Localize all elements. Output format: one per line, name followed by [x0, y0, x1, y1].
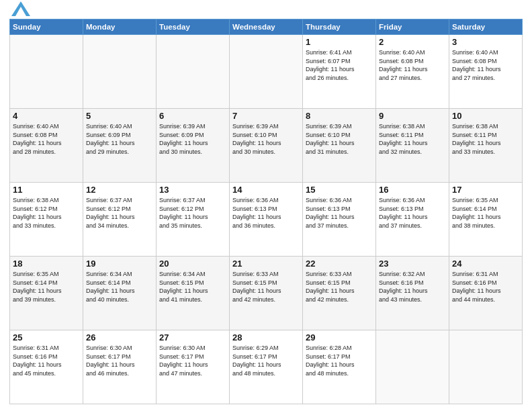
day-number: 15 [306, 185, 373, 195]
day-info: Sunrise: 6:41 AM Sunset: 6:07 PM Dayligh… [306, 49, 355, 81]
day-number: 13 [159, 185, 226, 195]
calendar-header-row: SundayMondayTuesdayWednesdayThursdayFrid… [10, 19, 523, 35]
logo-icon [11, 1, 30, 16]
calendar-cell [10, 35, 83, 109]
page: SundayMondayTuesdayWednesdayThursdayFrid… [0, 0, 532, 411]
day-number: 18 [13, 259, 80, 269]
calendar-cell: 3Sunrise: 6:40 AM Sunset: 6:08 PM Daylig… [449, 35, 523, 109]
day-number: 22 [306, 259, 373, 269]
day-info: Sunrise: 6:36 AM Sunset: 6:13 PM Dayligh… [379, 197, 428, 229]
day-number: 2 [379, 37, 446, 47]
calendar-cell [376, 330, 449, 404]
calendar-cell: 6Sunrise: 6:39 AM Sunset: 6:09 PM Daylig… [157, 109, 230, 183]
calendar-cell: 12Sunrise: 6:37 AM Sunset: 6:12 PM Dayli… [83, 183, 157, 257]
day-info: Sunrise: 6:34 AM Sunset: 6:15 PM Dayligh… [159, 271, 208, 303]
calendar-header-thursday: Thursday [303, 19, 376, 35]
calendar-cell: 8Sunrise: 6:39 AM Sunset: 6:10 PM Daylig… [303, 109, 376, 183]
calendar-cell: 17Sunrise: 6:35 AM Sunset: 6:14 PM Dayli… [449, 183, 523, 257]
day-number: 26 [86, 332, 153, 342]
calendar-cell: 1Sunrise: 6:41 AM Sunset: 6:07 PM Daylig… [303, 35, 376, 109]
day-info: Sunrise: 6:29 AM Sunset: 6:17 PM Dayligh… [232, 345, 281, 377]
day-number: 21 [232, 259, 300, 269]
calendar-cell: 19Sunrise: 6:34 AM Sunset: 6:14 PM Dayli… [83, 257, 157, 330]
calendar-table: SundayMondayTuesdayWednesdayThursdayFrid… [9, 19, 523, 404]
calendar-cell: 13Sunrise: 6:37 AM Sunset: 6:12 PM Dayli… [157, 183, 230, 257]
day-info: Sunrise: 6:31 AM Sunset: 6:16 PM Dayligh… [13, 345, 62, 377]
calendar-cell: 21Sunrise: 6:33 AM Sunset: 6:15 PM Dayli… [230, 257, 303, 330]
day-number: 28 [232, 332, 300, 342]
day-number: 25 [13, 332, 80, 342]
day-number: 27 [159, 332, 226, 342]
day-info: Sunrise: 6:40 AM Sunset: 6:09 PM Dayligh… [86, 123, 135, 155]
day-info: Sunrise: 6:40 AM Sunset: 6:08 PM Dayligh… [452, 49, 501, 81]
day-info: Sunrise: 6:40 AM Sunset: 6:08 PM Dayligh… [379, 49, 428, 81]
day-info: Sunrise: 6:36 AM Sunset: 6:13 PM Dayligh… [232, 197, 281, 229]
calendar-cell: 4Sunrise: 6:40 AM Sunset: 6:08 PM Daylig… [10, 109, 83, 183]
calendar-cell: 2Sunrise: 6:40 AM Sunset: 6:08 PM Daylig… [376, 35, 449, 109]
calendar-week-3: 11Sunrise: 6:38 AM Sunset: 6:12 PM Dayli… [10, 183, 523, 257]
day-info: Sunrise: 6:40 AM Sunset: 6:08 PM Dayligh… [13, 123, 62, 155]
day-info: Sunrise: 6:34 AM Sunset: 6:14 PM Dayligh… [86, 271, 135, 303]
day-info: Sunrise: 6:32 AM Sunset: 6:16 PM Dayligh… [379, 271, 428, 303]
calendar-week-2: 4Sunrise: 6:40 AM Sunset: 6:08 PM Daylig… [10, 109, 523, 183]
calendar-header-friday: Friday [376, 19, 449, 35]
calendar-cell: 5Sunrise: 6:40 AM Sunset: 6:09 PM Daylig… [83, 109, 157, 183]
calendar-cell: 20Sunrise: 6:34 AM Sunset: 6:15 PM Dayli… [157, 257, 230, 330]
day-number: 24 [452, 259, 519, 269]
day-info: Sunrise: 6:38 AM Sunset: 6:12 PM Dayligh… [13, 197, 62, 229]
day-number: 19 [86, 259, 153, 269]
day-number: 6 [159, 111, 226, 121]
day-number: 29 [306, 332, 373, 342]
calendar-cell: 15Sunrise: 6:36 AM Sunset: 6:13 PM Dayli… [303, 183, 376, 257]
calendar-cell: 22Sunrise: 6:33 AM Sunset: 6:15 PM Dayli… [303, 257, 376, 330]
day-number: 1 [306, 37, 373, 47]
calendar-cell: 23Sunrise: 6:32 AM Sunset: 6:16 PM Dayli… [376, 257, 449, 330]
calendar-cell: 26Sunrise: 6:30 AM Sunset: 6:17 PM Dayli… [83, 330, 157, 404]
day-number: 11 [13, 185, 80, 195]
day-info: Sunrise: 6:33 AM Sunset: 6:15 PM Dayligh… [232, 271, 281, 303]
day-number: 12 [86, 185, 153, 195]
day-info: Sunrise: 6:31 AM Sunset: 6:16 PM Dayligh… [452, 271, 501, 303]
day-info: Sunrise: 6:35 AM Sunset: 6:14 PM Dayligh… [452, 197, 501, 229]
calendar-header-saturday: Saturday [449, 19, 523, 35]
calendar-cell: 11Sunrise: 6:38 AM Sunset: 6:12 PM Dayli… [10, 183, 83, 257]
calendar-cell [449, 330, 523, 404]
day-number: 20 [159, 259, 226, 269]
day-info: Sunrise: 6:37 AM Sunset: 6:12 PM Dayligh… [86, 197, 135, 229]
day-info: Sunrise: 6:30 AM Sunset: 6:17 PM Dayligh… [159, 345, 208, 377]
day-number: 17 [452, 185, 519, 195]
day-info: Sunrise: 6:33 AM Sunset: 6:15 PM Dayligh… [306, 271, 355, 303]
calendar-header-monday: Monday [83, 19, 157, 35]
calendar-header-tuesday: Tuesday [157, 19, 230, 35]
day-info: Sunrise: 6:30 AM Sunset: 6:17 PM Dayligh… [86, 345, 135, 377]
day-number: 14 [232, 185, 300, 195]
calendar-cell [230, 35, 303, 109]
calendar-cell: 24Sunrise: 6:31 AM Sunset: 6:16 PM Dayli… [449, 257, 523, 330]
calendar-cell: 16Sunrise: 6:36 AM Sunset: 6:13 PM Dayli… [376, 183, 449, 257]
calendar-cell: 18Sunrise: 6:35 AM Sunset: 6:14 PM Dayli… [10, 257, 83, 330]
day-number: 8 [306, 111, 373, 121]
calendar-cell: 9Sunrise: 6:38 AM Sunset: 6:11 PM Daylig… [376, 109, 449, 183]
calendar-cell: 28Sunrise: 6:29 AM Sunset: 6:17 PM Dayli… [230, 330, 303, 404]
day-info: Sunrise: 6:28 AM Sunset: 6:17 PM Dayligh… [306, 345, 355, 377]
day-number: 23 [379, 259, 446, 269]
calendar-cell: 14Sunrise: 6:36 AM Sunset: 6:13 PM Dayli… [230, 183, 303, 257]
calendar-cell [83, 35, 157, 109]
calendar-week-1: 1Sunrise: 6:41 AM Sunset: 6:07 PM Daylig… [10, 35, 523, 109]
day-info: Sunrise: 6:37 AM Sunset: 6:12 PM Dayligh… [159, 197, 208, 229]
calendar-cell: 7Sunrise: 6:39 AM Sunset: 6:10 PM Daylig… [230, 109, 303, 183]
calendar-cell [157, 35, 230, 109]
calendar-cell: 25Sunrise: 6:31 AM Sunset: 6:16 PM Dayli… [10, 330, 83, 404]
day-number: 16 [379, 185, 446, 195]
day-number: 7 [232, 111, 300, 121]
day-info: Sunrise: 6:36 AM Sunset: 6:13 PM Dayligh… [306, 197, 355, 229]
day-info: Sunrise: 6:35 AM Sunset: 6:14 PM Dayligh… [13, 271, 62, 303]
day-info: Sunrise: 6:39 AM Sunset: 6:10 PM Dayligh… [306, 123, 355, 155]
calendar-week-4: 18Sunrise: 6:35 AM Sunset: 6:14 PM Dayli… [10, 257, 523, 330]
day-info: Sunrise: 6:38 AM Sunset: 6:11 PM Dayligh… [452, 123, 501, 155]
calendar-cell: 29Sunrise: 6:28 AM Sunset: 6:17 PM Dayli… [303, 330, 376, 404]
day-number: 4 [13, 111, 80, 121]
calendar-header-sunday: Sunday [10, 19, 83, 35]
day-number: 10 [452, 111, 519, 121]
day-info: Sunrise: 6:39 AM Sunset: 6:09 PM Dayligh… [159, 123, 208, 155]
